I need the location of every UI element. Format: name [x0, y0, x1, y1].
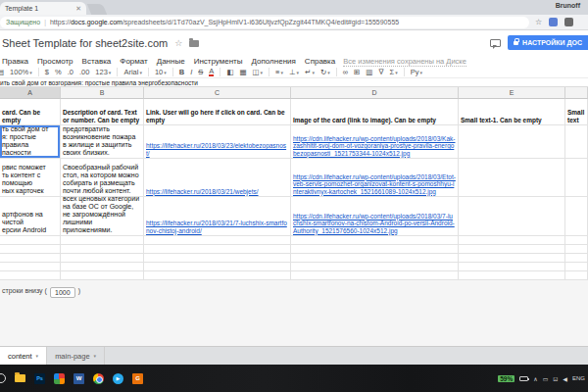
star-document-icon[interactable]: ☆	[174, 38, 182, 48]
grid-cell[interactable]	[0, 236, 61, 245]
paint-format-icon[interactable]: ▤	[0, 68, 4, 76]
add-rows-input[interactable]	[50, 287, 75, 298]
bold-button[interactable]: B	[179, 68, 184, 76]
comments-icon[interactable]	[490, 39, 501, 47]
grid-cell[interactable]	[565, 271, 588, 280]
menu-insert[interactable]: Вставка	[82, 57, 112, 66]
grid-cell[interactable]: Description of card. Text or number. Can…	[61, 99, 144, 125]
grid-cell[interactable]	[565, 254, 588, 263]
menu-help[interactable]: Справка	[305, 57, 335, 66]
grid-cell[interactable]	[0, 271, 61, 280]
insert-link-icon[interactable]: ∞	[343, 68, 348, 76]
column-header-E[interactable]: E	[459, 87, 565, 99]
number-format-select[interactable]: 123▾	[95, 68, 111, 76]
decrease-decimal-icon[interactable]: .0	[68, 68, 74, 76]
grid-cell[interactable]	[61, 245, 144, 254]
grid-cell[interactable]	[61, 263, 144, 271]
save-status-link[interactable]: Все изменения сохранены на Диске	[343, 57, 466, 67]
text-color-button[interactable]: A	[209, 68, 214, 76]
formula-bar[interactable]: ить свой дом от возгорания: простые прав…	[0, 78, 588, 87]
menu-addons[interactable]: Дополнения	[252, 57, 296, 66]
language-label[interactable]: ENG	[572, 375, 585, 381]
menu-edit[interactable]: Правка	[2, 57, 28, 66]
grid-cell[interactable]: Своеобразный рабочий стол, на котором мо…	[61, 159, 144, 197]
grid-cell[interactable]: Small text-1. Can be empty	[459, 99, 565, 125]
grid-cell[interactable]	[291, 245, 459, 254]
display-icon[interactable]: ⊡	[553, 375, 558, 382]
grid-cell[interactable]	[144, 236, 291, 245]
insert-chart-icon[interactable]: ▥	[366, 68, 372, 76]
battery-icon[interactable]	[519, 376, 528, 381]
grid-cell[interactable]	[61, 271, 144, 280]
fill-color-icon[interactable]: ◧	[226, 68, 233, 76]
document-title[interactable]: Sheet Template for sheet2site.com	[2, 37, 168, 49]
volume-icon[interactable]: ◀	[563, 375, 567, 382]
tab-close-icon[interactable]: ✕	[75, 5, 81, 13]
sheet-tab-menu-icon[interactable]: ▾	[94, 353, 97, 359]
grid-cell[interactable]	[0, 254, 61, 263]
menu-tools[interactable]: Инструменты	[194, 57, 243, 66]
menu-view[interactable]: Просмотр	[37, 57, 74, 66]
text-wrap-icon[interactable]: ↵▾	[305, 68, 315, 76]
column-header-A[interactable]: A	[0, 87, 61, 99]
network-icon[interactable]: ▭	[543, 375, 549, 382]
photoshop-icon[interactable]: Ps	[34, 373, 45, 384]
grid-cell[interactable]	[291, 236, 459, 245]
strikethrough-button[interactable]: S	[198, 68, 203, 76]
grid-cell[interactable]	[459, 236, 565, 245]
grid-cell[interactable]	[459, 125, 565, 159]
grid-cell[interactable]	[0, 263, 61, 271]
increase-decimal-icon[interactable]: .00	[79, 68, 89, 76]
merge-cells-icon[interactable]: ◫▾	[253, 68, 264, 76]
grid-cell[interactable]	[61, 254, 144, 263]
grid-cell[interactable]	[144, 263, 291, 271]
borders-icon[interactable]: ▦	[239, 68, 246, 76]
grid-cell[interactable]: О том, как предотвратить возникновение п…	[61, 125, 144, 159]
bookmark-star-icon[interactable]: ☆	[535, 18, 542, 26]
grid-cell[interactable]	[459, 159, 565, 197]
percent-format-icon[interactable]: %	[55, 68, 62, 76]
grid-cell[interactable]	[459, 245, 565, 254]
file-explorer-icon[interactable]	[15, 374, 25, 382]
grid-cell[interactable]	[144, 254, 291, 263]
zoom-select[interactable]: 100%▾	[10, 68, 32, 76]
column-header-last[interactable]	[565, 87, 588, 99]
grid-cell[interactable]	[565, 263, 588, 271]
column-header-C[interactable]: C	[144, 87, 291, 99]
grid-cell[interactable]	[0, 245, 61, 254]
grid-cell[interactable]: Small text	[565, 99, 588, 125]
column-header-D[interactable]: D	[291, 87, 459, 99]
grid-cell[interactable]	[565, 159, 588, 197]
grid-cell[interactable]	[291, 254, 459, 263]
grid-cell[interactable]: рвис поможет ть контент с помощью ных ка…	[0, 159, 61, 197]
insert-comment-icon[interactable]: ⊞	[354, 68, 360, 76]
grid-cell[interactable]: https://cdn.lifehacker.ru/wp-content/upl…	[291, 125, 459, 159]
extension-icon[interactable]	[549, 18, 558, 26]
grid-cell[interactable]	[291, 263, 459, 271]
grid-cell[interactable]: ть свой дом от я: простые правила паснос…	[0, 125, 61, 159]
secure-badge[interactable]: Защищено	[6, 19, 40, 25]
grid-cell[interactable]	[61, 236, 144, 245]
text-rotate-icon[interactable]: ↻▾	[320, 68, 330, 76]
tray-expand-icon[interactable]: ∧	[533, 375, 537, 382]
grid-cell[interactable]: Link. User will go here if click on card…	[144, 99, 291, 125]
input-tools-select[interactable]: Ру▾	[411, 68, 422, 76]
grid-cell[interactable]	[565, 236, 588, 245]
grid-cell[interactable]	[459, 197, 565, 236]
menu-data[interactable]: Данные	[157, 57, 185, 66]
grid-cell[interactable]: https://lifehacker.ru/2018/03/21/webjets…	[144, 159, 291, 197]
grid-cell[interactable]	[565, 197, 588, 236]
photos-icon[interactable]	[54, 373, 65, 384]
new-tab-button[interactable]	[87, 4, 107, 15]
filter-icon[interactable]: ∇	[378, 68, 383, 76]
sheet-tab-content[interactable]: content▾	[0, 347, 47, 365]
grid-cell[interactable]: https://cdn.lifehacker.ru/wp-content/upl…	[291, 159, 459, 197]
grid-cell[interactable]: https://lifehacker.ru/2018/03/23/elektob…	[144, 125, 291, 159]
orange-app-icon[interactable]: G	[132, 373, 143, 384]
grid-cell[interactable]: артфонов на чистой ерсии Android	[0, 197, 61, 236]
grid-cell[interactable]	[565, 245, 588, 254]
grid-cell[interactable]: card. Can be empty	[0, 99, 61, 125]
grid-cell[interactable]: Image of the card (link to image). Can b…	[291, 99, 459, 125]
grid-cell[interactable]	[459, 263, 565, 271]
menu-format[interactable]: Формат	[120, 57, 147, 66]
